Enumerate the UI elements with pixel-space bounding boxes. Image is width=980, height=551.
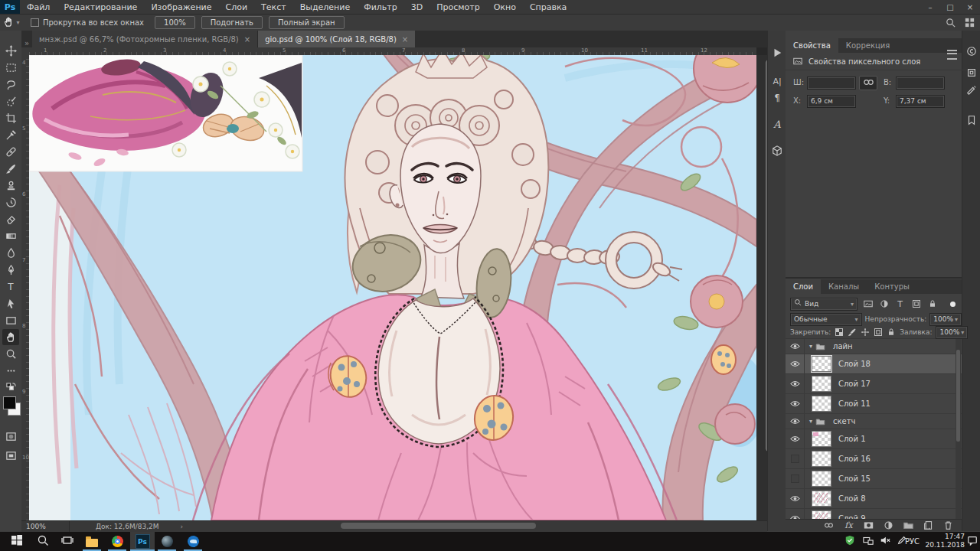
character-panel-icon[interactable]: A| — [769, 73, 785, 89]
layer-name[interactable]: Слой 17 — [838, 380, 871, 388]
fill-dropdown[interactable]: 100% — [936, 326, 968, 339]
menu-окно[interactable]: Окно — [487, 2, 523, 12]
visibility-toggle[interactable] — [786, 469, 805, 488]
layer-name[interactable]: Слой 8 — [838, 494, 866, 503]
blend-mode-dropdown[interactable]: Обычные — [790, 313, 862, 326]
close-button[interactable]: × — [960, 0, 980, 14]
visibility-toggle[interactable] — [786, 394, 805, 413]
screen-mode-icon[interactable] — [2, 448, 19, 464]
blur-tool[interactable] — [2, 245, 19, 261]
lock-artboard-icon[interactable] — [874, 327, 883, 338]
brush-settings-icon[interactable] — [964, 83, 979, 98]
new-group-icon[interactable] — [903, 520, 914, 531]
layer-row[interactable]: Слой 9 — [786, 509, 962, 519]
task-view-icon[interactable] — [57, 532, 78, 551]
layer-thumbnail[interactable] — [812, 431, 831, 447]
quick-mask-icon[interactable] — [2, 429, 19, 445]
taskbar-search-icon[interactable] — [32, 532, 54, 551]
photoshop-taskbar-icon[interactable]: Ps — [130, 532, 155, 551]
clock[interactable]: 17:47 20.11.2018 — [925, 532, 965, 551]
default-colors-icon[interactable] — [2, 380, 19, 396]
vertical-scrollbar[interactable] — [756, 55, 767, 520]
foreground-color-swatch[interactable] — [3, 396, 16, 409]
layer-thumbnail[interactable] — [812, 471, 831, 487]
tab-close-icon[interactable]: × — [244, 35, 250, 44]
document-tab-1[interactable]: мнзж.psd @ 66,7% (Фотохромные пленки, RG… — [32, 31, 258, 47]
lock-all-icon[interactable] — [887, 327, 896, 338]
filter-smart-objects-icon[interactable] — [926, 298, 938, 310]
menu-справка[interactable]: Справка — [523, 2, 573, 12]
visibility-toggle[interactable] — [786, 374, 805, 393]
filter-type-dropdown[interactable]: Вид — [790, 298, 858, 311]
filter-adjustment-layers-icon[interactable] — [878, 298, 890, 310]
layer-row[interactable]: Слой 15 — [786, 469, 962, 489]
menu-просмотр[interactable]: Просмотр — [430, 2, 486, 12]
layer-name[interactable]: лайн — [833, 342, 853, 350]
visibility-toggle[interactable] — [786, 489, 805, 508]
filter-type-layers-icon[interactable]: T — [894, 298, 906, 310]
menu-3d[interactable]: 3D — [404, 2, 430, 12]
zoom-level[interactable]: 100% — [21, 521, 70, 532]
menu-выделение[interactable]: Выделение — [293, 2, 358, 12]
status-popup-arrow[interactable]: › — [181, 523, 184, 530]
add-mask-icon[interactable] — [863, 520, 874, 531]
glyphs-panel-icon[interactable]: A — [769, 116, 785, 132]
full-screen-button[interactable]: Полный экран — [269, 16, 345, 29]
filter-shape-layers-icon[interactable] — [910, 298, 922, 310]
visibility-toggle[interactable] — [786, 339, 805, 354]
visibility-toggle[interactable] — [786, 354, 805, 373]
layer-row[interactable]: Слой 17 — [786, 374, 962, 394]
new-layer-icon[interactable] — [923, 520, 934, 531]
x-field[interactable]: 6,9 см — [807, 95, 856, 108]
more-tools-tool[interactable] — [2, 363, 19, 379]
constrain-link-icon[interactable] — [859, 76, 877, 90]
new-adjustment-icon[interactable] — [883, 520, 894, 531]
lasso-tool[interactable] — [2, 77, 19, 93]
layer-row[interactable]: Слой 1 — [786, 429, 962, 449]
group-expand-icon[interactable]: ▾ — [809, 418, 812, 425]
visibility-toggle[interactable] — [786, 449, 805, 468]
workspace-switcher-icon[interactable] — [964, 17, 975, 31]
type-tool[interactable]: T — [2, 279, 19, 295]
marquee-tool[interactable] — [2, 60, 19, 76]
group-expand-icon[interactable]: ▾ — [809, 343, 812, 350]
tab-channels[interactable]: Каналы — [821, 279, 867, 294]
filter-pixel-layers-icon[interactable] — [862, 298, 874, 310]
brush-tool[interactable] — [2, 161, 19, 177]
y-field[interactable]: 7,37 см — [896, 95, 945, 108]
hand-tool-badge[interactable] — [0, 15, 23, 31]
gradient-tool[interactable] — [2, 228, 19, 244]
zoom-tool[interactable] — [2, 346, 19, 362]
google-earth-icon[interactable] — [156, 532, 178, 551]
layer-name[interactable]: Слой 1 — [838, 435, 866, 443]
layer-row[interactable]: Слой 18 — [786, 354, 962, 374]
menu-файл[interactable]: Файл — [20, 2, 57, 12]
menu-текст[interactable]: Текст — [254, 2, 293, 12]
actions-panel-icon[interactable] — [769, 46, 785, 61]
3d-panel-icon[interactable] — [769, 144, 785, 159]
tab-adjustments[interactable]: Коррекция — [838, 38, 897, 53]
file-explorer-icon[interactable] — [81, 532, 103, 551]
tab-close-icon[interactable]: × — [402, 35, 408, 44]
link-layers-icon[interactable] — [823, 520, 835, 531]
rectangle-tool[interactable] — [2, 312, 19, 328]
action-center-icon[interactable] — [962, 532, 980, 551]
visibility-toggle[interactable] — [786, 429, 805, 448]
layer-thumbnail[interactable] — [812, 396, 831, 412]
zoom-100-button[interactable]: 100% — [155, 16, 195, 29]
delete-layer-icon[interactable] — [942, 520, 954, 531]
hand-tool[interactable] — [2, 329, 19, 345]
layer-row[interactable]: Слой 11 — [786, 394, 962, 414]
layer-name[interactable]: Слой 16 — [838, 455, 871, 463]
layer-row[interactable]: Слой 16 — [786, 449, 962, 469]
layer-name[interactable]: скетч — [833, 417, 855, 425]
quick-selection-tool[interactable] — [2, 93, 19, 109]
layer-row[interactable]: Слой 8 — [786, 489, 962, 509]
layer-name[interactable]: Слой 15 — [838, 474, 871, 483]
layer-group-row[interactable]: ▾скетч — [786, 414, 962, 429]
layer-thumbnail[interactable] — [812, 376, 831, 392]
tab-paths[interactable]: Контуры — [867, 279, 917, 294]
layer-name[interactable]: Слой 11 — [838, 399, 871, 408]
eyedropper-tool[interactable] — [2, 127, 19, 143]
tab-overflow-icon[interactable]: » — [21, 39, 32, 47]
